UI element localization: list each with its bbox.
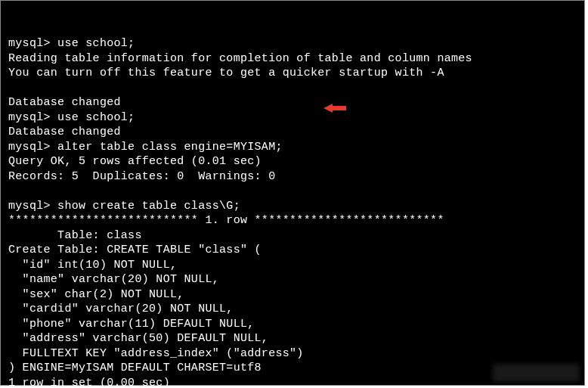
terminal-line: Reading table information for completion…	[8, 52, 472, 65]
terminal-line: Records: 5 Duplicates: 0 Warnings: 0	[8, 170, 275, 183]
terminal-line: "name" varchar(20) NOT NULL,	[8, 273, 219, 286]
terminal-line: Database changed	[8, 96, 121, 109]
terminal-line: "phone" varchar(11) DEFAULT NULL,	[8, 318, 255, 331]
terminal-line: FULLTEXT KEY "address_index" ("address")	[8, 347, 304, 360]
terminal-line: Table: class	[8, 229, 142, 242]
terminal-line: *************************** 1. row *****…	[8, 214, 444, 227]
terminal-window[interactable]: mysql> use school; Reading table informa…	[0, 0, 585, 386]
watermark-blur	[493, 364, 580, 382]
terminal-line: Database changed	[8, 126, 121, 138]
terminal-line: ) ENGINE=MyISAM DEFAULT CHARSET=utf8	[8, 362, 262, 374]
terminal-line: Query OK, 5 rows affected (0.01 sec)	[8, 155, 262, 168]
terminal-line: mysql> use school;	[8, 37, 135, 50]
terminal-line: "address" varchar(50) DEFAULT NULL,	[8, 332, 268, 345]
terminal-line: "id" int(10) NOT NULL,	[8, 259, 177, 272]
terminal-line: mysql> alter table class engine=MYISAM;	[8, 141, 283, 154]
terminal-line: "cardid" varchar(20) NOT NULL,	[8, 303, 234, 315]
terminal-line: You can turn off this feature to get a q…	[8, 67, 444, 79]
terminal-line: "sex" char(2) NOT NULL,	[8, 288, 184, 301]
terminal-line: mysql> show create table class\G;	[8, 200, 240, 213]
terminal-line: mysql> use school;	[8, 111, 135, 124]
terminal-line: 1 row in set (0.00 sec)	[8, 377, 170, 389]
terminal-output: mysql> use school; Reading table informa…	[8, 36, 577, 388]
terminal-line: Create Table: CREATE TABLE "class" (	[8, 244, 262, 256]
